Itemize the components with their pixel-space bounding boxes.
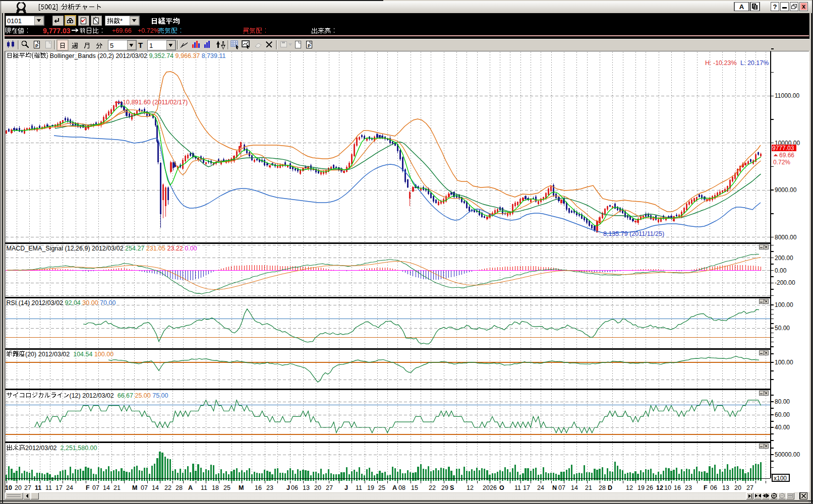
svg-text:20: 20 bbox=[734, 484, 741, 491]
svg-text:50000.00: 50000.00 bbox=[775, 451, 800, 458]
svg-text:9000.00: 9000.00 bbox=[775, 186, 797, 194]
svg-text:20: 20 bbox=[15, 484, 22, 491]
svg-text:27: 27 bbox=[746, 484, 753, 491]
svg-text:20: 20 bbox=[314, 484, 321, 491]
svg-text:2012/03/02: 2012/03/02 bbox=[25, 445, 57, 452]
svg-text:M: M bbox=[239, 484, 244, 491]
svg-text:06: 06 bbox=[710, 484, 717, 491]
svg-text:L: 20.17%: L: 20.17% bbox=[740, 59, 769, 67]
svg-text:?: ? bbox=[773, 3, 777, 11]
svg-text:8,135.79 (2011/11/25): 8,135.79 (2011/11/25) bbox=[603, 230, 664, 237]
svg-text:23.22: 23.22 bbox=[167, 245, 183, 252]
svg-text:69.66: 69.66 bbox=[779, 152, 794, 159]
svg-text:14: 14 bbox=[103, 484, 110, 491]
svg-text:24: 24 bbox=[537, 484, 544, 491]
svg-text:100.00: 100.00 bbox=[94, 351, 113, 358]
svg-text:16: 16 bbox=[255, 484, 262, 491]
svg-text:P: P bbox=[308, 43, 311, 48]
svg-text:10: 10 bbox=[664, 484, 671, 491]
svg-text:07: 07 bbox=[141, 484, 148, 491]
svg-text:2,251,580.00: 2,251,580.00 bbox=[61, 445, 97, 452]
svg-text:23: 23 bbox=[685, 484, 692, 491]
svg-text:8000.00: 8000.00 bbox=[775, 234, 797, 241]
svg-text:A: A bbox=[392, 484, 397, 491]
svg-text:11000.00: 11000.00 bbox=[775, 92, 799, 99]
svg-text:10,891.60 (2011/02/17): 10,891.60 (2011/02/17) bbox=[123, 99, 188, 106]
svg-text:28: 28 bbox=[176, 484, 183, 491]
svg-text:-200.00: -200.00 bbox=[775, 279, 795, 286]
svg-text:8,739.11: 8,739.11 bbox=[202, 52, 226, 59]
svg-text:26: 26 bbox=[490, 484, 497, 491]
svg-text:5: 5 bbox=[110, 42, 113, 49]
svg-text:T: T bbox=[138, 41, 143, 49]
svg-text:200.00: 200.00 bbox=[775, 255, 793, 262]
svg-text:11: 11 bbox=[35, 484, 41, 491]
svg-text:66.67: 66.67 bbox=[118, 392, 133, 399]
svg-text:22: 22 bbox=[429, 484, 436, 491]
svg-text:06: 06 bbox=[291, 484, 298, 491]
svg-text:30.00: 30.00 bbox=[82, 299, 98, 306]
svg-text:100.00: 100.00 bbox=[775, 301, 793, 308]
svg-text:104.54: 104.54 bbox=[73, 351, 92, 358]
svg-text:14: 14 bbox=[152, 484, 159, 491]
svg-text:13: 13 bbox=[303, 484, 310, 491]
svg-text:(12) 2012/03/02: (12) 2012/03/02 bbox=[70, 392, 114, 399]
svg-text:+69.66: +69.66 bbox=[112, 27, 132, 34]
svg-text:80.00: 80.00 bbox=[775, 398, 790, 405]
svg-text:0.72%: 0.72% bbox=[773, 159, 790, 166]
svg-text:11: 11 bbox=[201, 484, 207, 491]
svg-text:9,966.37: 9,966.37 bbox=[176, 52, 200, 59]
svg-text:+0.72%: +0.72% bbox=[138, 27, 159, 34]
svg-text:O: O bbox=[499, 484, 504, 491]
svg-text:19: 19 bbox=[367, 484, 374, 491]
svg-text:x100: x100 bbox=[774, 475, 787, 482]
svg-text:Bollinger_Bands (20,2) 2012/03: Bollinger_Bands (20,2) 2012/03/02 bbox=[50, 52, 147, 59]
svg-text:15: 15 bbox=[411, 484, 418, 491]
svg-text:08: 08 bbox=[398, 484, 405, 491]
svg-text:N: N bbox=[552, 484, 557, 491]
svg-text:J: J bbox=[344, 484, 348, 491]
svg-text:F: F bbox=[86, 484, 90, 491]
svg-text:16: 16 bbox=[674, 484, 681, 491]
svg-text:07: 07 bbox=[92, 484, 99, 491]
svg-text:27: 27 bbox=[24, 484, 31, 491]
svg-text:17: 17 bbox=[523, 484, 530, 491]
svg-text:J: J bbox=[286, 484, 290, 491]
svg-text:50.00: 50.00 bbox=[775, 325, 790, 332]
svg-text:21: 21 bbox=[585, 484, 592, 491]
svg-text:19: 19 bbox=[637, 484, 645, 491]
svg-text:29: 29 bbox=[441, 484, 448, 491]
svg-text:MACD_EMA_Signal (12,26,9) 2012: MACD_EMA_Signal (12,26,9) 2012/03/02 bbox=[7, 245, 124, 252]
svg-text:(20) 2012/03/02: (20) 2012/03/02 bbox=[25, 351, 70, 358]
svg-text:H: -10.23%: H: -10.23% bbox=[705, 59, 737, 67]
svg-text:27: 27 bbox=[326, 484, 333, 491]
svg-text:40.00: 40.00 bbox=[775, 424, 790, 431]
svg-text:0.00: 0.00 bbox=[775, 267, 787, 274]
svg-text:25.00: 25.00 bbox=[135, 392, 150, 399]
svg-text:A: A bbox=[188, 484, 193, 491]
svg-text:11: 11 bbox=[514, 484, 521, 491]
svg-text:P: P bbox=[35, 43, 38, 48]
svg-text:23: 23 bbox=[266, 484, 273, 491]
svg-text:60.00: 60.00 bbox=[775, 411, 790, 418]
svg-text:10: 10 bbox=[5, 484, 12, 491]
svg-text:A: A bbox=[739, 3, 744, 11]
svg-text:17: 17 bbox=[55, 484, 63, 491]
svg-text:12: 12 bbox=[626, 484, 633, 491]
svg-text:12: 12 bbox=[656, 484, 663, 491]
svg-text:F: F bbox=[704, 484, 708, 491]
svg-text:18: 18 bbox=[212, 484, 219, 491]
svg-text:11: 11 bbox=[45, 484, 52, 491]
svg-text:*: * bbox=[120, 17, 123, 25]
svg-text:92.04: 92.04 bbox=[65, 299, 81, 306]
svg-text:254.27: 254.27 bbox=[125, 245, 144, 252]
svg-text:07: 07 bbox=[558, 484, 565, 491]
svg-text:9,352.74: 9,352.74 bbox=[149, 52, 173, 59]
svg-text:1: 1 bbox=[149, 42, 153, 49]
svg-text:S: S bbox=[450, 484, 454, 491]
svg-text:9,777.03: 9,777.03 bbox=[43, 27, 71, 35]
svg-text:0101: 0101 bbox=[7, 17, 22, 25]
svg-text:25: 25 bbox=[223, 484, 230, 491]
svg-text:25: 25 bbox=[378, 484, 385, 491]
svg-text:26: 26 bbox=[646, 484, 653, 491]
